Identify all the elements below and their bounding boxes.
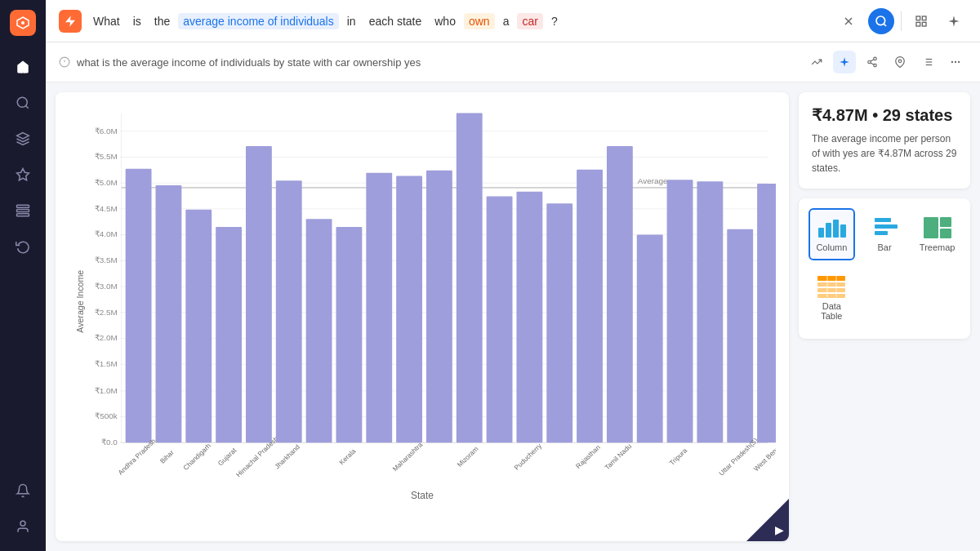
bar-himachal-pradesh[interactable] [246,146,272,442]
svg-point-34 [951,61,953,63]
token-average-income: average income of individuals [178,13,338,29]
chart-container: Average Income ₹0.0 ₹500k ₹1.0M ₹1.5M ₹2… [56,92,789,541]
svg-text:₹6.0M: ₹6.0M [95,127,118,136]
sparkle-button[interactable] [941,8,967,34]
more-button[interactable] [944,51,967,73]
search-button[interactable] [868,8,894,34]
share-button[interactable] [861,51,884,73]
bar-jharkhand[interactable] [276,180,302,442]
svg-line-3 [25,105,28,108]
stat-description: The average income per person of with ye… [812,131,957,176]
chart-type-column[interactable]: Column [808,208,855,260]
svg-line-25 [871,63,874,64]
play-icon[interactable]: ▶ [775,523,784,536]
svg-line-14 [884,24,886,26]
bar-maharashtra[interactable] [396,176,422,443]
chart-type-treemap[interactable]: Treemap [914,208,960,260]
chart-type-selector: Column Bar [799,198,970,339]
grid-button[interactable] [908,8,934,34]
svg-point-22 [874,57,877,60]
sidebar [0,0,46,551]
y-axis-label: Average Income [75,270,85,333]
token-car: car [517,13,542,29]
info-icon [59,56,70,68]
app-logo[interactable] [10,10,36,36]
bar-west-bengal[interactable] [757,184,776,442]
bar-chandigarh[interactable] [185,210,212,442]
sub-header-right [805,51,967,73]
sparkle-sub-button[interactable] [833,51,856,73]
close-button[interactable] [835,8,862,34]
svg-rect-76 [817,282,845,287]
trend-button[interactable] [805,51,828,73]
pin-button[interactable] [889,51,911,73]
svg-rect-75 [817,276,845,281]
label-chandigarh: Chandigarh [181,442,212,472]
bar-tripura[interactable] [667,180,693,442]
bar-jharkhand2[interactable] [306,219,332,442]
svg-text:₹2.0M: ₹2.0M [95,334,118,343]
token-who: who [430,13,461,29]
bar-rajasthan[interactable] [577,170,603,442]
datatable-icon [817,275,846,298]
bar-gujarat[interactable] [216,227,242,442]
label-bihar: Bihar [158,448,176,465]
token-own: own [464,13,495,29]
bar-tamil-nadu2[interactable] [637,235,663,443]
stat-value: ₹4.87M • 29 states [812,105,957,125]
svg-rect-6 [17,205,29,207]
bar-puducherry[interactable] [516,192,542,443]
svg-rect-72 [924,217,938,238]
label-puducherry: Puducherry [512,442,543,472]
bar-chart: Average Income ₹0.0 ₹500k ₹1.0M ₹1.5M ₹2… [69,105,776,498]
average-label: Average [638,176,668,185]
bar-icon [870,216,899,239]
sidebar-item-layers[interactable] [8,124,38,153]
bar-kerala[interactable] [336,227,362,442]
settings-button[interactable] [916,51,939,73]
bar-maharashtra2[interactable] [426,171,452,443]
svg-rect-17 [922,22,926,26]
svg-text:₹3.5M: ₹3.5M [95,256,118,264]
sidebar-item-search[interactable] [8,88,38,118]
search-input-area[interactable]: What is the average income of individual… [88,13,829,29]
svg-rect-71 [875,231,888,235]
label-tripura: Tripura [667,447,688,467]
chart-type-datatable[interactable]: Data Table [808,267,855,329]
bar-uttar-pradesh-s[interactable] [727,229,753,442]
bar-puducherry2[interactable] [546,203,572,442]
token-a: a [498,13,514,29]
content-area: Average Income ₹0.0 ₹500k ₹1.0M ₹1.5M ₹2… [46,82,980,551]
treemap-label: Treemap [920,242,956,252]
bar-kerala2[interactable] [366,173,392,443]
label-jharkhand: Jharkhand [273,442,301,470]
sidebar-item-stack[interactable] [8,196,38,225]
token-each-state: each state [364,13,427,29]
bar-tamil-nadu[interactable] [607,146,633,442]
svg-text:₹0.0: ₹0.0 [101,438,118,447]
main-area: What is the average income of individual… [46,0,980,551]
user-icon[interactable] [8,512,38,541]
chart-type-bar[interactable]: Bar [862,208,908,260]
svg-text:₹5.0M: ₹5.0M [95,178,118,187]
svg-text:₹4.0M: ₹4.0M [95,230,118,239]
sidebar-item-favorites[interactable] [8,160,38,189]
label-gujarat: Gujarat [216,446,238,467]
notifications-icon[interactable] [8,476,38,505]
svg-point-23 [868,60,871,64]
token-in: in [342,13,361,29]
column-icon [817,216,846,239]
svg-point-9 [20,521,25,526]
sidebar-item-home[interactable] [8,52,38,82]
bar-mizoram2[interactable] [487,196,513,442]
search-actions [835,8,967,34]
bar-mizoram[interactable] [457,113,483,443]
bar-bihar[interactable] [156,185,182,442]
sub-header-left: what is the average income of individual… [59,56,421,69]
svg-rect-70 [875,224,898,229]
svg-rect-7 [17,210,29,212]
token-the: the [149,13,175,29]
sidebar-item-history[interactable] [8,232,38,261]
bar-andhra-pradesh[interactable] [126,169,152,442]
bar-tripura2[interactable] [697,181,723,442]
